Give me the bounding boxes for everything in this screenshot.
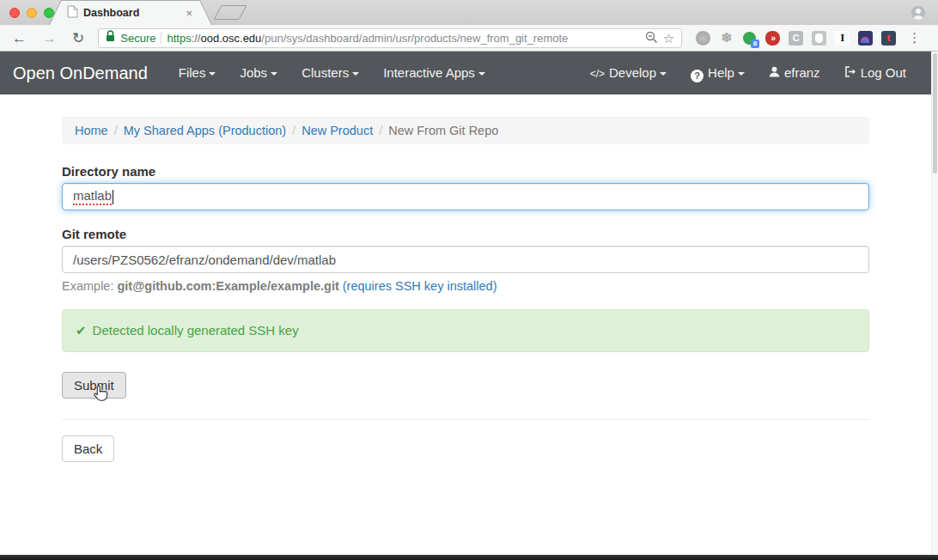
git-remote-value: /users/PZS0562/efranz/ondemand/dev/matla… — [73, 253, 336, 267]
user-icon — [769, 65, 780, 80]
gauge-extension-icon[interactable] — [858, 31, 873, 46]
breadcrumb-separator: / — [108, 124, 124, 137]
chevron-down-icon — [660, 72, 667, 76]
green-badge-extension-icon[interactable]: 8 — [742, 31, 757, 46]
git-remote-label: Git remote — [62, 227, 869, 241]
question-circle-icon: ? — [691, 70, 704, 82]
git-remote-input[interactable]: /users/PZS0562/efranz/ondemand/dev/matla… — [62, 246, 869, 273]
breadcrumb-separator: / — [286, 124, 302, 137]
nav-user[interactable]: efranz — [757, 52, 832, 94]
bookmark-star-icon[interactable]: ☆ — [663, 32, 674, 45]
ssh-key-help-link[interactable]: (requires SSH key installed) — [343, 279, 497, 293]
breadcrumb-home-link[interactable]: Home — [75, 124, 108, 137]
main-content: Home/My Shared Apps (Production)/New Pro… — [62, 94, 869, 514]
nav-clusters-dropdown[interactable]: Clusters — [289, 52, 371, 94]
scrollbar-thumb[interactable] — [933, 53, 937, 173]
chevron-down-icon — [478, 72, 485, 76]
directory-name-group: Directory name matlab — [62, 164, 869, 210]
nav-develop-dropdown[interactable]: </>Develop — [578, 52, 679, 95]
url-host: ood.osc.edu — [200, 32, 261, 45]
example-git-url: git@github.com:Example/example.git — [117, 279, 338, 293]
nav-interactive-apps-dropdown[interactable]: Interactive Apps — [371, 52, 497, 94]
extensions-row: ❄ 8 » C I t — [696, 31, 896, 46]
c-extension-icon[interactable]: C — [789, 31, 803, 46]
tab-title: Dashboard — [83, 7, 180, 19]
secure-label: Secure — [120, 32, 155, 45]
divider — [62, 419, 869, 420]
minimize-window-button[interactable] — [27, 8, 37, 18]
breadcrumb-separator: / — [373, 124, 388, 137]
git-remote-group: Git remote /users/PZS0562/efranz/ondeman… — [62, 227, 869, 293]
extension-badge: 8 — [751, 40, 759, 48]
breadcrumb: Home/My Shared Apps (Production)/New Pro… — [62, 117, 869, 144]
ssh-key-success-alert: ✔Detected locally generated SSH key — [62, 309, 869, 352]
site-navbar: Open OnDemand Files Jobs Clusters Intera… — [0, 52, 931, 94]
reload-button[interactable]: ↻ — [67, 31, 89, 46]
screen-bottom-edge — [0, 555, 938, 560]
text-caret — [113, 190, 113, 204]
alert-text: Detected locally generated SSH key — [93, 323, 299, 338]
nav-logout[interactable]: Log Out — [832, 52, 918, 94]
window-controls — [9, 8, 54, 18]
tab-strip: Dashboard × — [0, 0, 938, 25]
tab-favicon-document-icon — [67, 5, 78, 21]
code-icon: </> — [590, 68, 605, 80]
chevron-down-icon — [209, 72, 216, 76]
globe-extension-icon[interactable] — [696, 31, 710, 46]
nav-help-dropdown[interactable]: ?Help — [679, 52, 757, 94]
chrome-menu-icon[interactable]: ⋮ — [908, 30, 921, 46]
tab-close-icon[interactable]: × — [186, 8, 192, 19]
i-extension-icon[interactable]: I — [835, 31, 850, 46]
new-tab-button[interactable] — [213, 5, 247, 20]
address-bar[interactable]: Secure https://ood.osc.edu/pun/sys/dashb… — [98, 28, 682, 48]
git-remote-help: Example: git@github.com:Example/example.… — [62, 279, 869, 293]
browser-tab[interactable]: Dashboard × — [49, 0, 212, 25]
forward-button[interactable]: → — [37, 31, 62, 46]
breadcrumb-new-product-link[interactable]: New Product — [302, 124, 373, 137]
chevron-down-icon — [271, 72, 277, 76]
check-icon: ✔ — [76, 323, 87, 338]
fast-forward-extension-icon[interactable]: » — [765, 31, 780, 46]
maximize-window-button[interactable] — [44, 8, 54, 18]
url-separator: :// — [192, 32, 201, 45]
nav-files-dropdown[interactable]: Files — [167, 52, 228, 94]
browser-toolbar: ← → ↻ Secure https://ood.osc.edu/pun/sys… — [0, 25, 938, 52]
padlock-icon[interactable] — [106, 30, 115, 46]
chevron-down-icon — [738, 72, 745, 76]
nav-jobs-dropdown[interactable]: Jobs — [228, 52, 289, 94]
url-text[interactable]: https://ood.osc.edu/pun/sys/dashboard/ad… — [167, 32, 568, 45]
submit-button[interactable]: Submit — [62, 372, 126, 399]
url-path: /pun/sys/dashboard/admin/usr/products/ne… — [261, 32, 568, 45]
zoom-out-icon[interactable] — [645, 31, 658, 46]
directory-name-input[interactable]: matlab — [62, 183, 869, 210]
directory-name-value: matlab — [73, 188, 112, 205]
chevron-down-icon — [352, 72, 359, 76]
brand-title[interactable]: Open OnDemand — [13, 64, 148, 83]
divider — [161, 32, 161, 44]
browser-profile-avatar-icon[interactable] — [911, 5, 926, 24]
back-button[interactable]: ← — [7, 31, 32, 46]
browser-window: Dashboard × ← → ↻ Secure https://ood.osc… — [0, 0, 938, 560]
page-scrollbar[interactable] — [931, 52, 938, 560]
breadcrumb-current: New From Git Repo — [388, 124, 498, 137]
close-window-button[interactable] — [9, 8, 20, 18]
web-page: Open OnDemand Files Jobs Clusters Intera… — [0, 52, 931, 514]
logout-icon — [844, 65, 856, 80]
shield-extension-icon[interactable] — [812, 31, 826, 46]
t-extension-icon[interactable]: t — [881, 31, 896, 46]
snowflake-extension-icon[interactable]: ❄ — [719, 31, 734, 46]
breadcrumb-shared-apps-link[interactable]: My Shared Apps (Production) — [124, 124, 286, 137]
directory-name-label: Directory name — [62, 164, 869, 179]
url-scheme: https — [167, 32, 191, 45]
back-page-button[interactable]: Back — [62, 435, 114, 462]
